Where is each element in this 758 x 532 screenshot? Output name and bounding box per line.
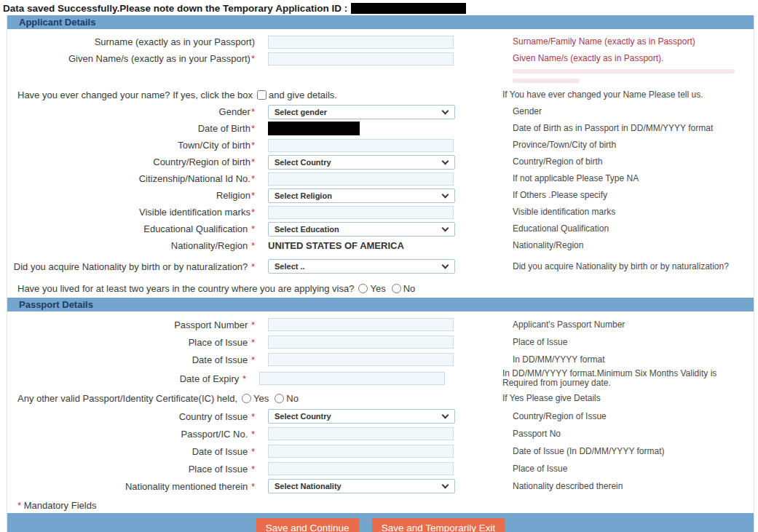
town-city-label: Town/City of birth xyxy=(178,140,250,151)
save-and-temporarily-exit-button[interactable]: Save and Temporarily Exit xyxy=(372,518,505,532)
visible-marks-input[interactable] xyxy=(268,206,454,219)
dob-redaction xyxy=(268,122,360,135)
form-row: Visible identification marks* Visible id… xyxy=(7,204,754,221)
section-header-applicant-details: Applicant Details xyxy=(7,15,754,29)
chevron-down-icon xyxy=(442,107,449,114)
chevron-down-icon xyxy=(442,482,449,489)
other-country-issue-select[interactable]: Select Country xyxy=(268,409,455,424)
surname-help: Surname/Family Name (exactly as in Passp… xyxy=(513,37,695,47)
other-place-issue-input[interactable] xyxy=(268,462,454,475)
date-issue-help: In DD/MM/YYYY format xyxy=(513,355,604,365)
form-row: Citizenship/National Id No.* If not appl… xyxy=(7,170,754,187)
date-expiry-help: In DD/MM/YYYY format.Minimum Six Months … xyxy=(502,369,754,388)
faded-help-text xyxy=(513,69,735,83)
name-change-question-suffix: and give details. xyxy=(269,90,337,100)
form-row: Nationality/Region * UNITED STATES OF AM… xyxy=(7,237,754,254)
dob-label: Date of Birth xyxy=(198,123,250,134)
date-issue-input[interactable] xyxy=(268,353,454,366)
nationality-value: UNITED STATES OF AMERICA xyxy=(268,240,404,251)
form-row: Passport/IC No. * Passport No xyxy=(7,425,754,442)
country-birth-label: Country/Region of birth xyxy=(153,156,250,167)
given-name-input[interactable] xyxy=(268,52,454,65)
passport-number-label: Passport Number xyxy=(174,319,250,330)
date-expiry-label: Date of Expiry xyxy=(180,373,242,384)
other-date-issue-input[interactable] xyxy=(268,445,454,458)
chevron-down-icon xyxy=(442,191,449,198)
passport-number-input[interactable] xyxy=(268,318,454,331)
chevron-down-icon xyxy=(442,224,449,231)
education-label: Educational Qualification xyxy=(143,223,250,234)
section-header-passport-details: Passport Details xyxy=(7,298,754,311)
name-change-question-text: Have you ever changed your name? If yes,… xyxy=(17,90,253,100)
citizenship-help: If not applicable Please Type NA xyxy=(513,174,639,183)
given-name-help: Given Name/s (exactly as in Passport). xyxy=(513,54,663,63)
place-issue-input[interactable] xyxy=(268,336,454,349)
other-ic-question-text: Any other valid Passport/Identity Certif… xyxy=(17,393,237,404)
form-row: Given Name/s (exactly as in your Passpor… xyxy=(7,50,754,67)
form-row: Nationality mentioned therein * Select N… xyxy=(7,477,754,495)
nationality-therein-label: Nationality mentioned therein xyxy=(125,481,250,492)
mandatory-fields-note: * Mandatory Fields xyxy=(7,495,754,513)
form-row: Country/Region of birth* Select Country … xyxy=(7,154,754,170)
acquire-nationality-help: Did you acquire Nationality by birth or … xyxy=(513,262,729,271)
other-ic-yes-radio[interactable] xyxy=(242,394,251,403)
chevron-down-icon xyxy=(442,157,449,164)
form-row: Religion* Select Religion If Others .Ple… xyxy=(7,187,754,204)
name-change-question-row: Have you ever changed your name? If yes,… xyxy=(7,86,754,103)
date-expiry-input[interactable] xyxy=(259,372,445,385)
application-id-redaction xyxy=(351,3,466,14)
chevron-down-icon xyxy=(442,412,449,419)
citizenship-input[interactable] xyxy=(268,172,454,186)
surname-input[interactable] xyxy=(268,36,454,49)
place-issue-help: Place of Issue xyxy=(513,338,567,347)
form-row: Passport Number * Applicant's Passport N… xyxy=(7,316,754,333)
name-change-checkbox[interactable] xyxy=(257,90,267,100)
passport-ic-input[interactable] xyxy=(268,427,454,440)
chevron-down-icon xyxy=(442,262,449,269)
religion-select[interactable]: Select Religion xyxy=(268,188,455,203)
visible-marks-help: Visible identification marks xyxy=(513,207,615,217)
form-row: Surname (exactly as in your Passport) Su… xyxy=(7,33,754,50)
lived-yes-label: Yes xyxy=(370,283,385,294)
town-city-help: Province/Town/City of birth xyxy=(513,140,616,150)
gender-select[interactable]: Select gender xyxy=(268,105,455,119)
religion-help: If Others .Please specify xyxy=(513,191,607,200)
other-country-issue-label: Country of Issue xyxy=(179,411,250,422)
save-and-continue-button[interactable]: Save and Continue xyxy=(256,518,359,532)
surname-label: Surname (exactly as in your Passport) xyxy=(95,36,255,47)
form-row: Place of Issue * Place of Issue xyxy=(7,460,754,477)
other-country-issue-help: Country/Region of Issue xyxy=(513,412,607,421)
town-city-input[interactable] xyxy=(268,139,454,152)
dob-help: Date of Birth as in Passport in DD/MM/YY… xyxy=(513,124,713,133)
lived-two-years-question-row: Have you lived for at least two years in… xyxy=(7,279,754,298)
nationality-therein-help: Nationality described therein xyxy=(513,482,623,491)
other-ic-question-row: Any other valid Passport/Identity Certif… xyxy=(7,389,754,408)
passport-number-help: Applicant's Passport Number xyxy=(513,320,625,330)
acquire-nationality-label: Did you acquire Nationality by birth or … xyxy=(14,261,250,272)
lived-no-radio[interactable] xyxy=(392,284,401,293)
other-place-issue-label: Place of Issue xyxy=(189,464,250,475)
visible-marks-label: Visible identification marks xyxy=(139,207,250,218)
other-ic-no-radio[interactable] xyxy=(275,394,284,403)
nationality-label: Nationality/Region xyxy=(171,240,250,251)
other-ic-no-label: No xyxy=(286,393,299,404)
nationality-help: Nationality/Region xyxy=(513,241,583,250)
form-row: Educational Qualification * Select Educa… xyxy=(7,221,754,237)
form-row: Date of Expiry * In DD/MM/YYYY format.Mi… xyxy=(7,368,754,389)
place-issue-label: Place of Issue xyxy=(189,337,250,348)
country-birth-help: Country/Region of birth xyxy=(513,157,602,167)
country-birth-select[interactable]: Select Country xyxy=(268,155,455,170)
form-row: Town/City of birth* Province/Town/City o… xyxy=(7,137,754,154)
nationality-therein-select[interactable]: Select Nationality xyxy=(268,479,455,493)
citizenship-label: Citizenship/National Id No. xyxy=(139,173,250,184)
education-help: Educational Qualification xyxy=(513,224,609,234)
passport-ic-help: Passport No xyxy=(513,429,561,439)
acquire-nationality-select[interactable]: Select .. xyxy=(268,259,455,274)
lived-two-years-question-text: Have you lived for at least two years in… xyxy=(17,283,354,294)
form-row: Gender* Select gender Gender xyxy=(7,103,754,120)
visa-application-page: Data saved Successfully.Please note down… xyxy=(0,0,758,532)
education-select[interactable]: Select Education xyxy=(268,222,455,237)
lived-yes-radio[interactable] xyxy=(358,284,368,293)
other-ic-help: If Yes Please give Details xyxy=(502,394,601,403)
religion-label: Religion xyxy=(216,190,250,201)
